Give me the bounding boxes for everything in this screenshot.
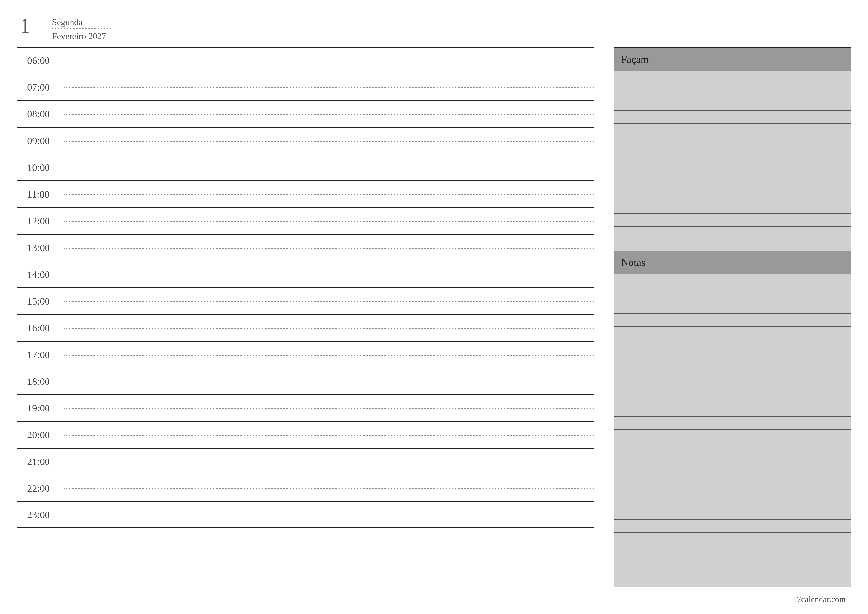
hour-row: 06:00 [17,47,594,73]
hour-row: 08:00 [17,100,594,127]
hour-row: 16:00 [17,314,594,341]
hour-writing-line [64,422,594,448]
header: 1 Segunda Fevereiro 2027 [17,15,851,41]
hour-writing-line [64,261,594,288]
hour-writing-line [64,101,594,127]
hour-label: 20:00 [17,429,64,441]
hour-label: 10:00 [17,162,64,173]
hour-writing-line [64,235,594,261]
hour-writing-line [64,48,594,73]
day-name: Segunda [52,17,112,29]
hour-row: 13:00 [17,234,594,261]
hour-writing-line [64,368,594,395]
hour-row: 23:00 [17,501,594,528]
hour-row: 14:00 [17,261,594,288]
hour-label: 09:00 [17,135,64,146]
hour-label: 07:00 [17,81,64,93]
hour-label: 17:00 [17,349,64,361]
hour-writing-line [64,288,594,314]
hour-writing-line [64,315,594,341]
hour-label: 19:00 [17,402,64,414]
hour-label: 13:00 [17,242,64,253]
day-meta: Segunda Fevereiro 2027 [52,15,112,41]
hour-label: 14:00 [17,269,64,280]
content: 06:0007:0008:0009:0010:0011:0012:0013:00… [17,47,851,587]
todo-body [614,71,851,250]
hour-row: 12:00 [17,207,594,234]
hour-label: 18:00 [17,376,64,387]
notes-body [614,274,851,586]
hour-writing-line [64,449,594,475]
todo-header: Façam [614,48,851,71]
hour-label: 21:00 [17,456,64,468]
hour-label: 23:00 [17,509,64,521]
hour-row: 10:00 [17,154,594,180]
hour-label: 08:00 [17,108,64,120]
hour-row: 22:00 [17,475,594,501]
hour-writing-line [64,128,594,154]
hour-row: 11:00 [17,180,594,207]
schedule-column: 06:0007:0008:0009:0010:0011:0012:0013:00… [17,47,594,587]
hour-row: 07:00 [17,73,594,100]
hour-writing-line [64,395,594,421]
month-year: Fevereiro 2027 [52,31,112,41]
hour-row: 19:00 [17,395,594,421]
hour-writing-line [64,208,594,234]
footer-site: 7calendar.com [797,595,846,604]
hour-label: 11:00 [17,188,64,200]
footer: 7calendar.com [17,587,851,604]
hour-writing-line [64,74,594,100]
hour-row: 21:00 [17,448,594,475]
hour-label: 15:00 [17,295,64,307]
hour-writing-line [64,342,594,368]
hour-writing-line [64,476,594,501]
hour-writing-line [64,181,594,207]
hour-label: 12:00 [17,215,64,227]
day-number: 1 [20,15,40,37]
notes-header: Notas [614,250,851,274]
hour-row: 20:00 [17,421,594,448]
sidebar: Façam Notas [614,47,851,587]
hour-writing-line [64,502,594,527]
hour-label: 06:00 [17,55,64,66]
planner-page: 1 Segunda Fevereiro 2027 06:0007:0008:00… [17,15,851,604]
hour-row: 18:00 [17,368,594,395]
hour-writing-line [64,154,594,180]
todo-section: Façam [614,48,851,250]
notes-section: Notas [614,250,851,586]
hour-row: 15:00 [17,288,594,314]
hour-label: 16:00 [17,322,64,334]
hour-row: 17:00 [17,341,594,368]
hour-row: 09:00 [17,127,594,154]
hour-label: 22:00 [17,482,64,494]
